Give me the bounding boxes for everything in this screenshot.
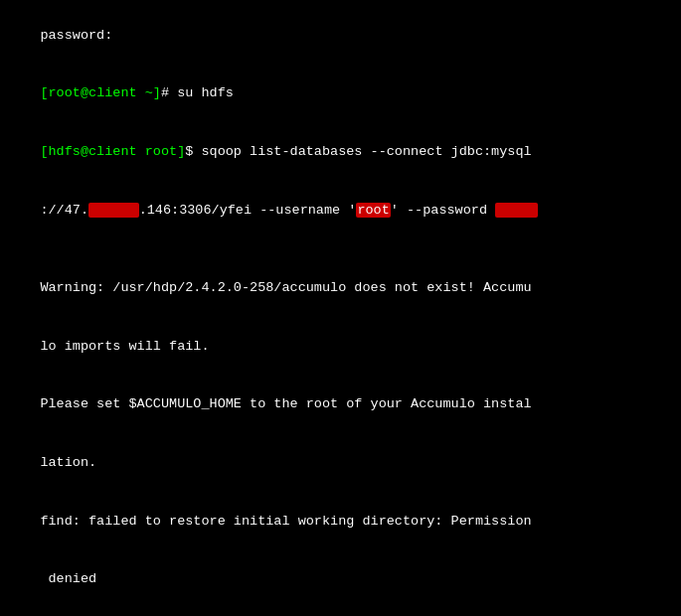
root-at: @ — [81, 85, 88, 100]
root-host: client ~ — [88, 85, 153, 100]
line-find1: find: failed to restore initial working … — [8, 492, 673, 550]
line-find2: denied — [8, 550, 673, 609]
hdfs-dollar: $ sqoop list-databases --connect jdbc:my… — [185, 144, 531, 159]
line-password: password: — [8, 6, 673, 65]
sqoop-url-prefix: ://47. — [40, 203, 88, 218]
root-hash: # su hdfs — [161, 85, 234, 100]
line-info-sqoop1: 18/04/07 22:41:03 INFO sqoop.Sqoop: Runn… — [8, 608, 673, 616]
sqoop-pass-label: ' --password — [391, 203, 495, 218]
sqoop-url-suffix: .146:3306/yfei --username ' — [139, 203, 357, 218]
line-warning1: Warning: /usr/hdp/2.4.2.0-258/accumulo d… — [8, 258, 673, 317]
root-prompt-bracket-close: ] — [153, 85, 161, 100]
line-accumulo2: lation. — [8, 433, 673, 492]
line-su-hdfs: [root@client ~]# su hdfs — [8, 65, 673, 123]
redacted-password — [495, 203, 538, 218]
hdfs-prompt: [hdfs@client root] — [40, 144, 185, 159]
terminal-window: password: [root@client ~]# su hdfs [hdfs… — [0, 0, 681, 616]
blank-line — [8, 239, 673, 259]
root-user: root — [49, 85, 81, 100]
line-sqoop-cmd2: ://47. .146:3306/yfei --username 'root' … — [8, 181, 673, 239]
password-label: password: — [40, 28, 112, 43]
redacted-username: root — [356, 203, 390, 218]
line-warning2: lo imports will fail. — [8, 317, 673, 376]
root-prompt-bracket-open: [ — [40, 85, 48, 100]
line-sqoop-cmd: [hdfs@client root]$ sqoop list-databases… — [8, 122, 673, 181]
redacted-ip1 — [88, 203, 139, 218]
line-accumulo1: Please set $ACCUMULO_HOME to the root of… — [8, 376, 673, 434]
